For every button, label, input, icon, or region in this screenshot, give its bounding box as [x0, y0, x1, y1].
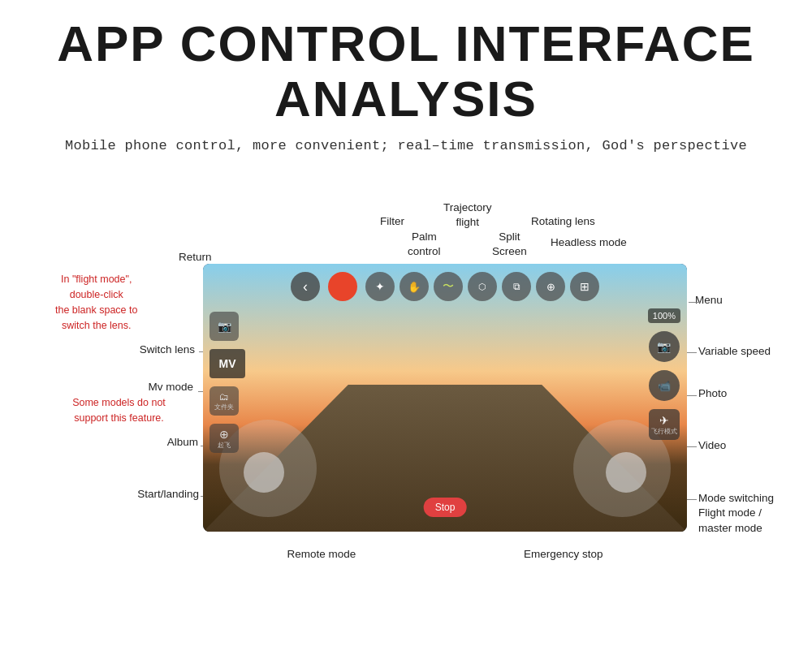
return-label: Return: [179, 251, 212, 263]
diagram-area: Filter Trajectoryflight Rotating lens Pa…: [32, 176, 780, 623]
photo-button[interactable]: 📷: [649, 331, 680, 362]
record-button[interactable]: [328, 272, 357, 301]
stop-button[interactable]: Stop: [424, 498, 467, 517]
vr-button[interactable]: ⬡: [468, 272, 497, 301]
album-button[interactable]: 🗂 文件夹: [209, 386, 239, 416]
takeoff-zh-label: 起飞: [218, 441, 231, 450]
flight-mode-note: In "flight mode",double-clickthe blank s…: [55, 272, 137, 333]
menu-connector: [689, 302, 700, 303]
flight-mode-zh-label: 飞行模式: [651, 427, 677, 436]
right-joystick-inner: [606, 452, 646, 493]
palm-button[interactable]: ✋: [400, 272, 429, 301]
back-button[interactable]: ‹: [291, 272, 320, 301]
bottom-labels-row: Remote mode Emergency stop: [203, 548, 687, 560]
mv-button[interactable]: MV: [209, 349, 245, 378]
album-label: Album: [123, 436, 198, 448]
page-wrapper: APP CONTROL INTERFACE ANALYSIS Mobile ph…: [0, 0, 812, 668]
mv-mode-label: Mv mode: [96, 381, 193, 393]
menu-button[interactable]: ⊞: [570, 272, 599, 301]
phone-screen: ‹ ✦ ✋ 〜 ⬡: [203, 264, 687, 532]
split-screen-label: SplitScreen: [492, 230, 527, 258]
left-controls: 📷 MV 🗂 文件夹 ⊕ 起飞: [209, 308, 245, 453]
switch-lens-label: Switch lens: [114, 343, 195, 356]
emergency-stop-label: Emergency stop: [524, 548, 603, 560]
top-control-bar: ‹ ✦ ✋ 〜 ⬡: [203, 272, 687, 301]
main-title: APP CONTROL INTERFACE ANALYSIS: [57, 16, 755, 127]
headless-mode-label: Headless mode: [551, 236, 627, 248]
remote-mode-label: Remote mode: [287, 548, 356, 560]
video-button[interactable]: 📹: [649, 370, 680, 401]
stop-label: Stop: [435, 502, 456, 513]
switch-lens-button[interactable]: 📷: [209, 312, 239, 341]
left-joystick-inner: [244, 452, 284, 493]
rotating-lens-label: Rotating lens: [531, 215, 595, 227]
start-landing-label: Start/landing: [89, 488, 199, 500]
album-zh-label: 文件夹: [214, 403, 234, 412]
takeoff-button[interactable]: ⊕ 起飞: [209, 424, 239, 453]
split-button[interactable]: ⧉: [502, 272, 531, 301]
compass-button[interactable]: ⊕: [536, 272, 565, 301]
speed-badge: 100%: [648, 308, 680, 323]
title-line2: ANALYSIS: [274, 71, 538, 127]
palm-control-label: Palmcontrol: [408, 230, 441, 258]
speed-value: 100%: [653, 311, 676, 321]
menu-label: Menu: [695, 294, 723, 306]
some-models-note: Some models do notsupport this feature.: [44, 395, 194, 426]
flight-master-label: Flight mode /master mode: [698, 506, 762, 537]
magic-button[interactable]: ✦: [365, 272, 395, 301]
mode-switch-button[interactable]: ✈ 飞行模式: [649, 409, 680, 440]
subtitle-text: Mobile phone control, more convenient; r…: [65, 138, 747, 153]
right-controls: 100% 📷 📹 ✈ 飞行模式: [648, 308, 680, 440]
video-label: Video: [698, 439, 726, 451]
subtitle: Mobile phone control, more convenient; r…: [65, 138, 747, 153]
title-line1: APP CONTROL INTERFACE: [57, 15, 755, 71]
trajectory-button[interactable]: 〜: [434, 272, 463, 301]
trajectory-flight-label: Trajectoryflight: [443, 200, 492, 229]
variable-speed-label: Variable speed: [698, 345, 771, 357]
photo-label: Photo: [698, 387, 727, 399]
mode-switching-label: Mode switching: [698, 491, 774, 506]
filter-label: Filter: [380, 215, 404, 227]
